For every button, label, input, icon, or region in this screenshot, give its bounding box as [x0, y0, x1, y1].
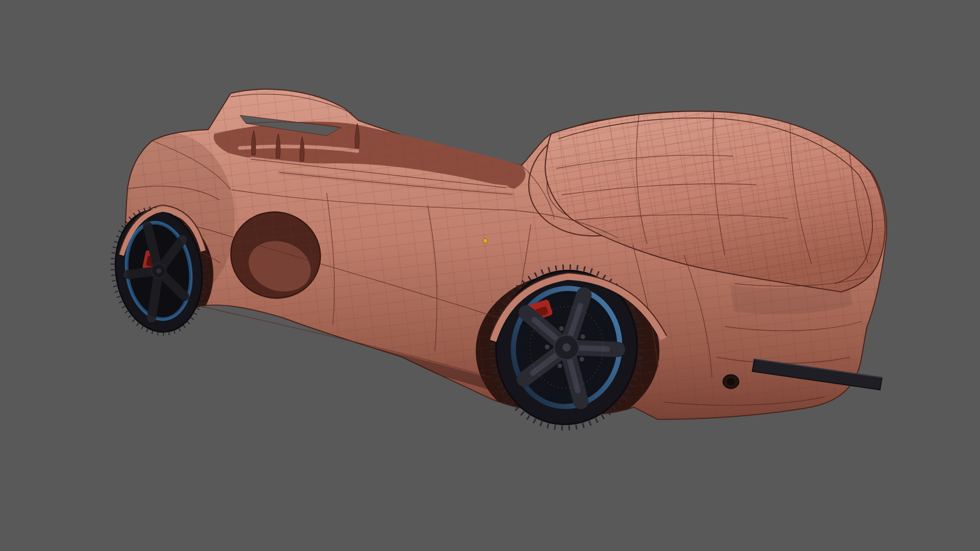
lug-nut [580, 357, 584, 362]
exhaust-bore [727, 378, 735, 385]
viewport-stage [0, 0, 980, 551]
exhaust-outlet [723, 375, 739, 388]
lug-nut [581, 335, 585, 339]
lug-nut [545, 345, 550, 349]
viewport-canvas[interactable] [0, 0, 980, 551]
lug-nut [559, 327, 564, 331]
object-origin-dot [483, 239, 488, 243]
lug-nut [558, 364, 562, 368]
rear-hub-cap [562, 343, 571, 352]
